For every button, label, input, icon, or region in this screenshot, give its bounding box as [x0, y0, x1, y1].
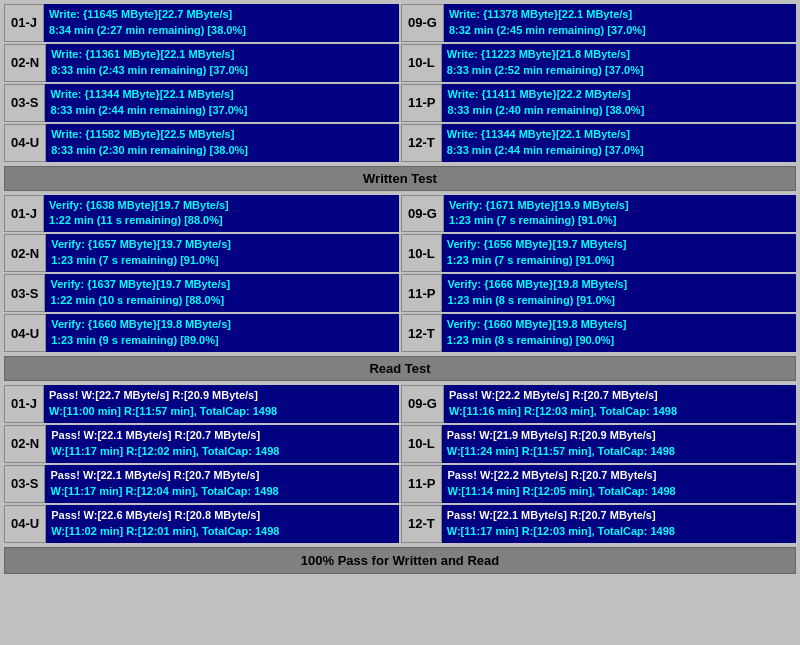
table-row: 02-NWrite: {11361 MByte}[22.1 MByte/s]8:…: [4, 44, 399, 82]
cell-data: Write: {11411 MByte}[22.2 MByte/s]8:33 m…: [442, 84, 796, 122]
cell-id-label: 01-J: [4, 4, 44, 42]
cell-id-label: 09-G: [401, 195, 444, 233]
cell-id-label: 04-U: [4, 124, 46, 162]
table-row: 03-SVerify: {1637 MByte}[19.7 MByte/s]1:…: [4, 274, 399, 312]
table-row: 01-JPass! W:[22.7 MByte/s] R:[20.9 MByte…: [4, 385, 399, 423]
cell-id-label: 03-S: [4, 274, 45, 312]
cell-id-label: 10-L: [401, 44, 442, 82]
table-row: 01-JVerify: {1638 MByte}[19.7 MByte/s]1:…: [4, 195, 399, 233]
table-row: 03-SPass! W:[22.1 MByte/s] R:[20.7 MByte…: [4, 465, 399, 503]
pass-line2: W:[11:17 min] R:[12:03 min], TotalCap: 1…: [447, 524, 791, 540]
pass-line1: Pass! W:[22.1 MByte/s] R:[20.7 MByte/s]: [447, 508, 791, 524]
cell-data: Verify: {1666 MByte}[19.8 MByte/s]1:23 m…: [442, 274, 796, 312]
cell-data: Verify: {1660 MByte}[19.8 MByte/s]1:23 m…: [442, 314, 796, 352]
cell-id-label: 12-T: [401, 124, 442, 162]
table-row: 01-JWrite: {11645 MByte}[22.7 MByte/s]8:…: [4, 4, 399, 42]
table-row: 09-GWrite: {11378 MByte}[22.1 MByte/s]8:…: [401, 4, 796, 42]
table-row: 11-PWrite: {11411 MByte}[22.2 MByte/s]8:…: [401, 84, 796, 122]
cell-data: Verify: {1656 MByte}[19.7 MByte/s]1:23 m…: [442, 234, 796, 272]
cell-id-label: 12-T: [401, 314, 442, 352]
pass-line2: W:[11:02 min] R:[12:01 min], TotalCap: 1…: [51, 524, 394, 540]
table-row: 04-UWrite: {11582 MByte}[22.5 MByte/s]8:…: [4, 124, 399, 162]
table-row: 02-NVerify: {1657 MByte}[19.7 MByte/s]1:…: [4, 234, 399, 272]
pass-line1: Pass! W:[22.6 MByte/s] R:[20.8 MByte/s]: [51, 508, 394, 524]
write-section: 01-JWrite: {11645 MByte}[22.7 MByte/s]8:…: [4, 4, 796, 191]
left-column: 01-JVerify: {1638 MByte}[19.7 MByte/s]1:…: [4, 195, 399, 353]
pass-section: 01-JPass! W:[22.7 MByte/s] R:[20.9 MByte…: [4, 385, 796, 574]
cell-data: Verify: {1660 MByte}[19.8 MByte/s]1:23 m…: [46, 314, 399, 352]
pass-line2: W:[11:17 min] R:[12:02 min], TotalCap: 1…: [51, 444, 394, 460]
cell-data: Verify: {1671 MByte}[19.9 MByte/s]1:23 m…: [444, 195, 796, 233]
cell-data: Verify: {1657 MByte}[19.7 MByte/s]1:23 m…: [46, 234, 399, 272]
pass-line1: Pass! W:[22.2 MByte/s] R:[20.7 MByte/s]: [449, 388, 791, 404]
right-column: 09-GWrite: {11378 MByte}[22.1 MByte/s]8:…: [401, 4, 796, 162]
pass-line1: Pass! W:[22.1 MByte/s] R:[20.7 MByte/s]: [51, 428, 394, 444]
main-container: 01-JWrite: {11645 MByte}[22.7 MByte/s]8:…: [0, 0, 800, 580]
cell-data: Pass! W:[22.6 MByte/s] R:[20.8 MByte/s]W…: [46, 505, 399, 543]
cell-id-label: 01-J: [4, 385, 44, 423]
cell-id-label: 02-N: [4, 44, 46, 82]
cell-data: Pass! W:[22.1 MByte/s] R:[20.7 MByte/s]W…: [442, 505, 796, 543]
cell-id-label: 02-N: [4, 425, 46, 463]
pass-line2: W:[11:24 min] R:[11:57 min], TotalCap: 1…: [447, 444, 791, 460]
table-row: 04-UPass! W:[22.6 MByte/s] R:[20.8 MByte…: [4, 505, 399, 543]
table-row: 03-SWrite: {11344 MByte}[22.1 MByte/s]8:…: [4, 84, 399, 122]
pass-line2: W:[11:16 min] R:[12:03 min], TotalCap: 1…: [449, 404, 791, 420]
cell-id-label: 11-P: [401, 84, 442, 122]
cell-data: Pass! W:[22.1 MByte/s] R:[20.7 MByte/s]W…: [45, 465, 399, 503]
cell-data: Write: {11344 MByte}[22.1 MByte/s]8:33 m…: [442, 124, 796, 162]
read-test-header: Read Test: [4, 356, 796, 381]
pass-line2: W:[11:14 min] R:[12:05 min], TotalCap: 1…: [447, 484, 791, 500]
table-row: 09-GPass! W:[22.2 MByte/s] R:[20.7 MByte…: [401, 385, 796, 423]
cell-id-label: 11-P: [401, 274, 442, 312]
cell-id-label: 09-G: [401, 385, 444, 423]
pass-grid: 01-JPass! W:[22.7 MByte/s] R:[20.9 MByte…: [4, 385, 796, 543]
cell-id-label: 02-N: [4, 234, 46, 272]
pass-line1: Pass! W:[22.1 MByte/s] R:[20.7 MByte/s]: [50, 468, 394, 484]
table-row: 02-NPass! W:[22.1 MByte/s] R:[20.7 MByte…: [4, 425, 399, 463]
cell-data: Write: {11645 MByte}[22.7 MByte/s]8:34 m…: [44, 4, 399, 42]
cell-id-label: 12-T: [401, 505, 442, 543]
cell-data: Write: {11223 MByte}[21.8 MByte/s]8:33 m…: [442, 44, 796, 82]
footer-status: 100% Pass for Written and Read: [4, 547, 796, 574]
cell-data: Verify: {1638 MByte}[19.7 MByte/s]1:22 m…: [44, 195, 399, 233]
table-row: 09-GVerify: {1671 MByte}[19.9 MByte/s]1:…: [401, 195, 796, 233]
cell-id-label: 10-L: [401, 425, 442, 463]
pass-line2: W:[11:00 min] R:[11:57 min], TotalCap: 1…: [49, 404, 394, 420]
cell-id-label: 01-J: [4, 195, 44, 233]
left-column: 01-JPass! W:[22.7 MByte/s] R:[20.9 MByte…: [4, 385, 399, 543]
written-test-header: Written Test: [4, 166, 796, 191]
cell-id-label: 04-U: [4, 314, 46, 352]
table-row: 12-TVerify: {1660 MByte}[19.8 MByte/s]1:…: [401, 314, 796, 352]
cell-data: Write: {11582 MByte}[22.5 MByte/s]8:33 m…: [46, 124, 399, 162]
cell-data: Write: {11361 MByte}[22.1 MByte/s]8:33 m…: [46, 44, 399, 82]
cell-data: Pass! W:[21.9 MByte/s] R:[20.9 MByte/s]W…: [442, 425, 796, 463]
cell-data: Write: {11378 MByte}[22.1 MByte/s]8:32 m…: [444, 4, 796, 42]
table-row: 10-LPass! W:[21.9 MByte/s] R:[20.9 MByte…: [401, 425, 796, 463]
cell-data: Pass! W:[22.2 MByte/s] R:[20.7 MByte/s]W…: [442, 465, 796, 503]
table-row: 11-PPass! W:[22.2 MByte/s] R:[20.7 MByte…: [401, 465, 796, 503]
table-row: 12-TWrite: {11344 MByte}[22.1 MByte/s]8:…: [401, 124, 796, 162]
pass-line1: Pass! W:[21.9 MByte/s] R:[20.9 MByte/s]: [447, 428, 791, 444]
cell-data: Pass! W:[22.7 MByte/s] R:[20.9 MByte/s]W…: [44, 385, 399, 423]
cell-id-label: 03-S: [4, 465, 45, 503]
right-column: 09-GVerify: {1671 MByte}[19.9 MByte/s]1:…: [401, 195, 796, 353]
table-row: 10-LWrite: {11223 MByte}[21.8 MByte/s]8:…: [401, 44, 796, 82]
table-row: 10-LVerify: {1656 MByte}[19.7 MByte/s]1:…: [401, 234, 796, 272]
cell-id-label: 03-S: [4, 84, 45, 122]
cell-data: Verify: {1637 MByte}[19.7 MByte/s]1:22 m…: [45, 274, 399, 312]
verify-grid: 01-JVerify: {1638 MByte}[19.7 MByte/s]1:…: [4, 195, 796, 353]
cell-data: Pass! W:[22.1 MByte/s] R:[20.7 MByte/s]W…: [46, 425, 399, 463]
pass-line1: Pass! W:[22.7 MByte/s] R:[20.9 MByte/s]: [49, 388, 394, 404]
table-row: 12-TPass! W:[22.1 MByte/s] R:[20.7 MByte…: [401, 505, 796, 543]
left-column: 01-JWrite: {11645 MByte}[22.7 MByte/s]8:…: [4, 4, 399, 162]
cell-id-label: 09-G: [401, 4, 444, 42]
verify-section: 01-JVerify: {1638 MByte}[19.7 MByte/s]1:…: [4, 195, 796, 382]
write-grid: 01-JWrite: {11645 MByte}[22.7 MByte/s]8:…: [4, 4, 796, 162]
right-column: 09-GPass! W:[22.2 MByte/s] R:[20.7 MByte…: [401, 385, 796, 543]
table-row: 11-PVerify: {1666 MByte}[19.8 MByte/s]1:…: [401, 274, 796, 312]
cell-data: Pass! W:[22.2 MByte/s] R:[20.7 MByte/s]W…: [444, 385, 796, 423]
pass-line1: Pass! W:[22.2 MByte/s] R:[20.7 MByte/s]: [447, 468, 791, 484]
cell-data: Write: {11344 MByte}[22.1 MByte/s]8:33 m…: [45, 84, 399, 122]
cell-id-label: 10-L: [401, 234, 442, 272]
